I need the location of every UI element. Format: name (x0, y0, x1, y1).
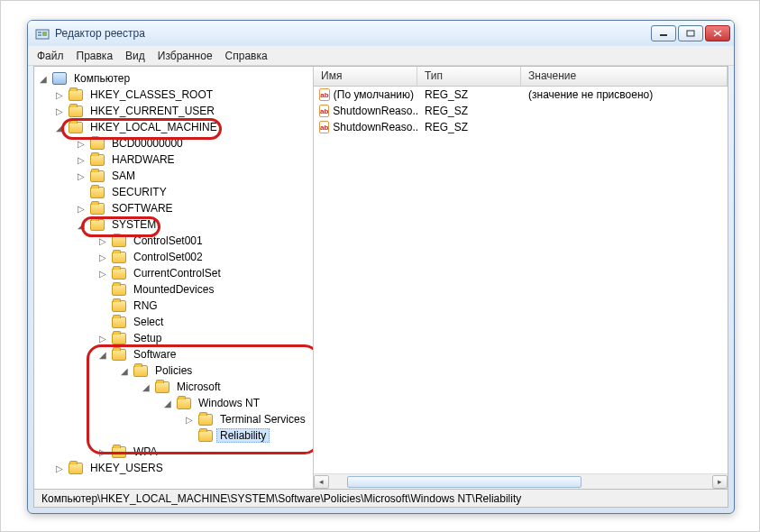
folder-icon (69, 122, 83, 133)
folder-icon (90, 219, 105, 231)
svg-rect-2 (38, 34, 41, 36)
folder-icon (69, 463, 83, 474)
tree-label: WPA (130, 445, 160, 458)
minimize-icon (659, 30, 668, 37)
folder-icon (133, 365, 148, 377)
scroll-right-button[interactable]: ▸ (712, 475, 728, 489)
tree-label: HARDWARE (108, 153, 179, 166)
registry-editor-window: Редактор реестра Файл Правка Вид Избранн… (27, 20, 735, 514)
tree-key-hkeyusers[interactable]: ▷ HKEY_USERS (38, 460, 313, 476)
titlebar[interactable]: Редактор реестра (28, 21, 734, 46)
tree-key-software2[interactable]: ◢ Software (38, 346, 313, 362)
collapse-icon[interactable]: ◢ (38, 74, 49, 84)
maximize-button[interactable] (678, 25, 703, 41)
collapse-icon[interactable]: ◢ (76, 220, 87, 230)
tree-root-computer[interactable]: ◢ Компьютер (38, 70, 313, 87)
menu-help[interactable]: Справка (225, 50, 268, 62)
tree-key-select[interactable]: Select (38, 314, 313, 330)
tree-key-microsoft[interactable]: ◢ Microsoft (38, 379, 313, 395)
tree-key-wpa[interactable]: ▷ WPA (38, 444, 313, 460)
column-header-type[interactable]: Тип (417, 67, 521, 86)
minimize-button[interactable] (651, 25, 676, 41)
tree-label: SOFTWARE (108, 202, 177, 215)
collapse-icon[interactable]: ◢ (162, 399, 173, 408)
computer-icon (52, 72, 67, 85)
tree-key-termsvc[interactable]: ▷ Terminal Services (38, 411, 313, 427)
svg-rect-3 (42, 32, 47, 36)
folder-icon (112, 252, 126, 263)
list-item[interactable]: ab (По умолчанию) REG_SZ (значение не пр… (314, 87, 728, 103)
tree-label: MountedDevices (130, 283, 217, 296)
tree-key-policies[interactable]: ◢ Policies (38, 362, 313, 379)
expand-icon[interactable]: ▷ (97, 447, 108, 457)
expand-icon[interactable]: ▷ (76, 139, 87, 149)
menu-file[interactable]: Файл (37, 50, 64, 62)
folder-icon (155, 381, 169, 393)
expand-icon[interactable]: ▷ (97, 269, 108, 279)
tree-key-security[interactable]: SECURITY (38, 184, 313, 200)
collapse-icon[interactable]: ◢ (54, 123, 65, 133)
value-type: REG_SZ (417, 105, 521, 117)
tree-key-system[interactable]: ◢ SYSTEM (38, 216, 313, 233)
tree-key-reliability[interactable]: Reliability (38, 427, 313, 444)
folder-icon (112, 333, 126, 344)
close-button[interactable] (705, 25, 730, 41)
value-type: REG_SZ (417, 121, 521, 133)
tree-key-setup[interactable]: ▷ Setup (38, 330, 313, 346)
tree-key-rng[interactable]: RNG (38, 298, 313, 314)
tree-key-bcd[interactable]: ▷ BCD00000000 (38, 135, 313, 151)
tree-label: HKEY_CLASSES_ROOT (87, 88, 216, 101)
tree-key-winnt[interactable]: ◢ Windows NT (38, 395, 313, 411)
statusbar-path: Компьютер\HKEY_LOCAL_MACHINE\SYSTEM\Soft… (41, 492, 521, 505)
tree-key-cs1[interactable]: ▷ ControlSet001 (38, 233, 313, 249)
list-body[interactable]: ab (По умолчанию) REG_SZ (значение не пр… (314, 87, 728, 489)
expand-icon[interactable]: ▷ (54, 463, 65, 473)
expand-icon[interactable]: ▷ (54, 90, 65, 100)
registry-tree[interactable]: ◢ Компьютер ▷ HKEY_CLASSES_ROOT ▷ HKEY_C… (34, 67, 314, 489)
tree-key-software[interactable]: ▷ SOFTWARE (38, 200, 313, 216)
folder-icon (112, 235, 126, 247)
tree-key-cs2[interactable]: ▷ ControlSet002 (38, 249, 313, 265)
string-value-icon: ab (319, 105, 329, 117)
scrollbar-thumb[interactable] (347, 476, 581, 488)
collapse-icon[interactable]: ◢ (97, 350, 108, 360)
expand-icon[interactable]: ▷ (54, 106, 65, 116)
menu-favorites[interactable]: Избранное (158, 50, 213, 62)
tree-key-hklm[interactable]: ◢ HKEY_LOCAL_MACHINE (38, 119, 313, 135)
expand-icon[interactable]: ▷ (97, 236, 108, 246)
expand-icon[interactable]: ▷ (184, 415, 195, 425)
tree-key-hkcr[interactable]: ▷ HKEY_CLASSES_ROOT (38, 87, 313, 103)
menubar: Файл Правка Вид Избранное Справка (28, 46, 734, 66)
value-name: (По умолчанию) (334, 88, 414, 101)
scroll-left-button[interactable]: ◂ (314, 475, 329, 489)
column-header-name[interactable]: Имя (314, 67, 417, 86)
expand-icon[interactable]: ▷ (97, 334, 108, 344)
expand-icon[interactable]: ▷ (76, 204, 87, 214)
expand-icon[interactable]: ▷ (76, 171, 87, 181)
list-item[interactable]: ab ShutdownReaso... REG_SZ (314, 119, 728, 135)
close-icon (713, 30, 722, 37)
tree-label: ControlSet001 (130, 234, 206, 247)
folder-icon (90, 187, 105, 198)
folder-icon (90, 154, 105, 166)
column-header-value[interactable]: Значение (521, 67, 728, 86)
horizontal-scrollbar[interactable]: ◂ ▸ (314, 473, 728, 489)
tree-label: RNG (130, 299, 161, 312)
menu-edit[interactable]: Правка (77, 50, 114, 62)
menu-view[interactable]: Вид (125, 50, 145, 62)
folder-icon (198, 430, 213, 442)
maximize-icon (686, 30, 695, 37)
tree-key-hkcu[interactable]: ▷ HKEY_CURRENT_USER (38, 103, 313, 119)
collapse-icon[interactable]: ◢ (119, 366, 130, 376)
collapse-icon[interactable]: ◢ (141, 382, 151, 392)
statusbar: Компьютер\HKEY_LOCAL_MACHINE\SYSTEM\Soft… (33, 490, 728, 508)
list-item[interactable]: ab ShutdownReaso... REG_SZ (314, 103, 728, 119)
expand-icon[interactable]: ▷ (76, 155, 87, 165)
expand-icon[interactable]: ▷ (97, 252, 108, 262)
tree-key-sam[interactable]: ▷ SAM (38, 168, 313, 184)
tree-key-mounted[interactable]: MountedDevices (38, 281, 313, 298)
folder-icon (112, 300, 126, 312)
tree-key-ccs[interactable]: ▷ CurrentControlSet (38, 265, 313, 281)
tree-key-hardware[interactable]: ▷ HARDWARE (38, 151, 313, 168)
window-title: Редактор реестра (55, 27, 651, 40)
